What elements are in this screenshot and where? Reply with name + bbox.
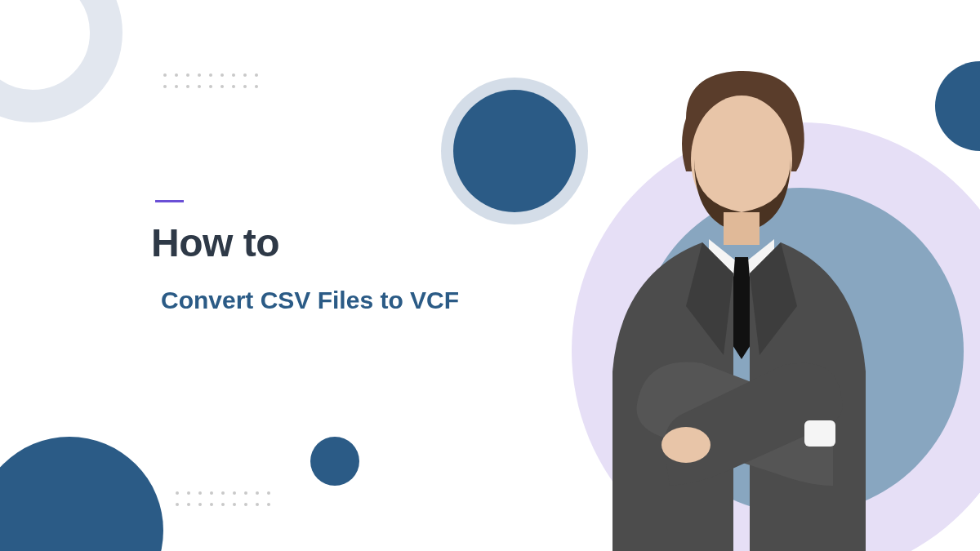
svg-point-2: [662, 427, 710, 463]
dot-grid-top: [163, 73, 258, 88]
dot-grid-bottom: [176, 491, 270, 506]
circle-top-mid: [453, 90, 576, 212]
svg-rect-3: [804, 420, 835, 447]
title-block: How to Convert CSV Files to VCF: [151, 200, 459, 314]
ring-top-left: [0, 0, 122, 122]
circle-right-edge: [935, 61, 980, 151]
svg-rect-1: [724, 212, 760, 245]
person-photo: [564, 61, 915, 551]
subheading-text: Convert CSV Files to VCF: [161, 287, 459, 314]
accent-line: [155, 200, 184, 202]
circle-bottom-left: [0, 437, 163, 551]
circle-small-bottom: [310, 437, 359, 486]
heading-text: How to: [151, 220, 459, 265]
